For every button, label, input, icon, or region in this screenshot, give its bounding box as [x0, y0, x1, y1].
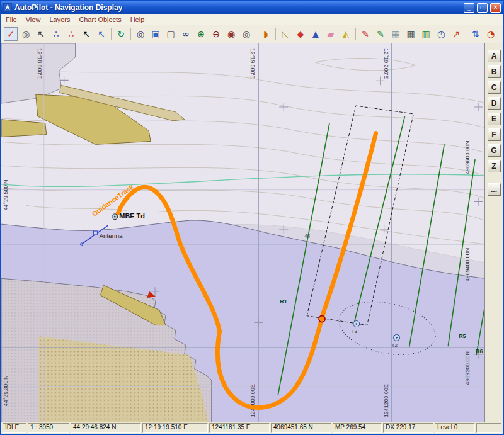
line-r5-label: R5	[459, 333, 466, 339]
zoom-in-icon: ⊕	[197, 29, 205, 39]
depth-label: 46	[304, 233, 310, 239]
route-red-button[interactable]: ∴	[64, 27, 78, 41]
buoy-icon: ◆	[297, 29, 304, 39]
side-button-f[interactable]: F	[488, 128, 501, 141]
route-blue-icon: ∴	[54, 29, 59, 39]
draw-route-button[interactable]: ✎	[358, 27, 372, 41]
status-northing: 4969451.65 N	[271, 423, 331, 433]
binoculars-icon: ∞	[182, 29, 190, 39]
gauge-button[interactable]: ◔	[484, 27, 498, 41]
draw-line-icon: ✎	[377, 29, 384, 39]
main-area: 12°18.800'E 12°19.000'E 12°19.200'E 44°2…	[1, 43, 503, 422]
eraser-button[interactable]: ▰	[324, 27, 338, 41]
zoom-full-icon: ◎	[243, 29, 250, 39]
side-button-e[interactable]: E	[488, 113, 501, 125]
compass-dial-icon: ◷	[437, 29, 445, 39]
close-button[interactable]: ×	[490, 3, 501, 13]
zoom-rect-button[interactable]: ▢	[164, 27, 178, 41]
set-square-button[interactable]: ◺	[278, 27, 292, 41]
lon-label-2: 12°19.000'E	[249, 48, 256, 79]
status-bar: IDLE1 : 395044:29:46.824 N12:19:19.510 E…	[1, 422, 503, 434]
toolbar-separator	[130, 28, 131, 40]
side-button-a[interactable]: A	[488, 50, 501, 62]
updown-icon: ⇅	[472, 29, 479, 39]
graph-arrow-icon: ↗	[452, 29, 460, 39]
zoom-full-button[interactable]: ◎	[239, 27, 253, 41]
mission-check-button[interactable]: ✓	[4, 27, 18, 41]
grid-light-icon: ▦	[391, 29, 399, 39]
zoom-window-icon: ▣	[151, 29, 159, 39]
cursor-button[interactable]: ↖	[34, 27, 48, 41]
toolbar-separator	[256, 28, 256, 40]
side-button-more[interactable]: ...	[488, 183, 501, 196]
side-button-d[interactable]: D	[488, 97, 501, 110]
status-scale: 1 : 3950	[28, 423, 69, 433]
zoom-doc-button[interactable]: ◎	[134, 27, 147, 41]
binoculars-button[interactable]: ∞	[179, 27, 193, 41]
pointer-query-icon: ↖	[98, 29, 105, 39]
chart-card-icon: ▥	[421, 29, 430, 39]
app-window: AutoPilot - Navigation Display _ □ × Fil…	[0, 0, 504, 435]
title-bar: AutoPilot - Navigation Display _ □ ×	[1, 1, 503, 14]
eraser-icon: ▰	[328, 29, 335, 39]
status-easting: 1241181.35 E	[209, 423, 270, 433]
lighthouse-button[interactable]: ▲	[309, 27, 323, 41]
zoom-selection-button[interactable]: ◉	[224, 27, 238, 41]
line-r6-label: R6	[476, 348, 483, 354]
buoy-button[interactable]: ◆	[294, 27, 307, 41]
updown-button[interactable]: ⇅	[469, 27, 483, 41]
refresh-icon: ↻	[117, 29, 125, 39]
toolbar-separator	[111, 28, 112, 40]
graph-arrow-button[interactable]: ↗	[449, 27, 463, 41]
zoom-rect-icon: ▢	[166, 29, 175, 39]
status-dx: DX 229.17	[383, 423, 433, 433]
zoom-out-button[interactable]: ⊖	[209, 27, 223, 41]
toolbar-separator	[466, 28, 466, 40]
zoom-out-icon: ⊖	[212, 29, 220, 39]
maximize-button[interactable]: □	[477, 3, 488, 13]
minimize-button[interactable]: _	[464, 3, 474, 13]
track-follow-icon: ◗	[263, 29, 268, 39]
chart-card-button[interactable]: ▥	[419, 27, 433, 41]
grid-dark-button[interactable]: ▩	[404, 27, 418, 41]
menu-bar: FileViewLayersChart ObjectsHelp	[1, 14, 503, 25]
compass-dial-button[interactable]: ◷	[434, 27, 448, 41]
mbe-td-label: MBE Td	[119, 212, 145, 220]
easting-label-2: 1241200.00E	[383, 384, 389, 417]
pointer-button[interactable]: ↖	[79, 27, 93, 41]
side-button-c[interactable]: C	[488, 81, 501, 94]
find-button[interactable]: ◎	[19, 27, 33, 41]
side-button-b[interactable]: B	[488, 65, 501, 78]
track-follow-button[interactable]: ◗	[259, 27, 273, 41]
route-blue-button[interactable]: ∴	[49, 27, 63, 41]
menu-layers[interactable]: Layers	[45, 15, 74, 24]
zoom-window-button[interactable]: ▣	[149, 27, 163, 41]
status-filler	[476, 423, 501, 433]
window-title: AutoPilot - Navigation Display	[14, 3, 461, 12]
elevation-button[interactable]: ◭	[339, 27, 353, 41]
draw-line-button[interactable]: ✎	[374, 27, 387, 41]
menu-chart-objects[interactable]: Chart Objects	[74, 15, 125, 24]
toolbar-separator	[355, 28, 356, 40]
find-icon: ◎	[22, 29, 30, 39]
menu-view[interactable]: View	[21, 15, 45, 24]
menu-help[interactable]: Help	[126, 15, 149, 24]
pointer-query-button[interactable]: ↖	[94, 27, 108, 41]
line-r1-label: R1	[280, 298, 287, 305]
target-t3-label: T3	[352, 329, 358, 334]
draw-route-icon: ✎	[362, 29, 369, 39]
refresh-button[interactable]: ↻	[114, 27, 128, 41]
antenna-marker	[93, 231, 97, 235]
side-button-g[interactable]: G	[488, 144, 501, 157]
zoom-in-button[interactable]: ⊕	[194, 27, 208, 41]
northing-label-2: 4969400.00N	[464, 248, 471, 281]
antenna-label: Antenna	[99, 232, 123, 239]
lat-label-1: 44°29.500'N	[3, 180, 9, 211]
side-button-z[interactable]: Z	[488, 160, 501, 172]
grid-light-button[interactable]: ▦	[389, 27, 403, 41]
menu-file[interactable]: File	[1, 15, 21, 24]
route-red-icon: ∴	[69, 29, 74, 39]
easting-label-1: 1241000.00E	[249, 384, 256, 417]
elevation-icon: ◭	[343, 29, 350, 39]
chart-canvas[interactable]: 12°18.800'E 12°19.000'E 12°19.200'E 44°2…	[1, 43, 484, 422]
